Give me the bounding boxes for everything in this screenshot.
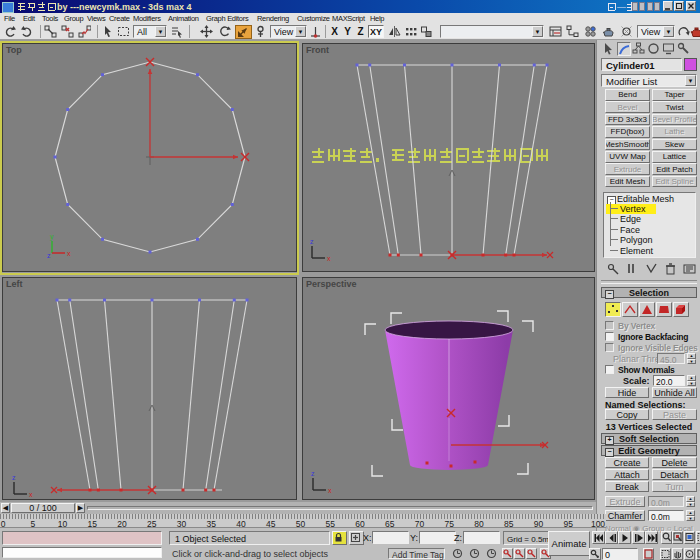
modifier-button-meshsmooth[interactable]: MeshSmooth bbox=[605, 139, 650, 151]
menu-rendering[interactable]: Rendering bbox=[257, 14, 289, 23]
menu-create[interactable]: Create bbox=[109, 14, 130, 23]
utilities-tab[interactable] bbox=[677, 42, 691, 56]
coord-field-x[interactable] bbox=[372, 531, 409, 544]
key-mode-icon[interactable] bbox=[502, 548, 513, 559]
go-to-start-button[interactable] bbox=[592, 531, 605, 544]
pan-icon[interactable] bbox=[672, 548, 683, 560]
animate-button[interactable]: Animate bbox=[548, 531, 590, 556]
play-button[interactable] bbox=[618, 531, 631, 544]
make-unique-icon[interactable] bbox=[644, 262, 660, 276]
render-last-icon[interactable] bbox=[677, 25, 689, 39]
stack-item-vertex[interactable]: Vertex bbox=[606, 204, 656, 214]
use-pivot-point-icon[interactable] bbox=[309, 25, 322, 39]
menu-animation[interactable]: Animation bbox=[168, 14, 199, 23]
menu-help[interactable]: Help bbox=[370, 14, 384, 23]
time-config-icon[interactable] bbox=[486, 548, 498, 559]
ime-button[interactable] bbox=[654, 2, 660, 11]
element-mode-icon[interactable] bbox=[673, 302, 689, 317]
create-button[interactable]: Create bbox=[605, 457, 649, 468]
ime-button[interactable] bbox=[632, 2, 638, 11]
zoom-region-icon[interactable] bbox=[696, 531, 700, 544]
close-button[interactable] bbox=[686, 1, 696, 11]
modifier-list-dropdown[interactable]: Modifier List▼ bbox=[601, 74, 697, 87]
edge-mode-icon[interactable] bbox=[622, 302, 638, 317]
bind-to-space-warp-icon[interactable] bbox=[78, 25, 94, 39]
absolute-mode-toggle[interactable] bbox=[349, 531, 364, 545]
normals-scale-field[interactable]: 20.0 bbox=[653, 375, 685, 386]
ignore-backfacing-checkbox[interactable] bbox=[605, 332, 614, 341]
render-scene-icon[interactable] bbox=[602, 25, 618, 39]
track-view-icon[interactable] bbox=[549, 25, 564, 39]
zoom-all-icon[interactable] bbox=[672, 531, 683, 544]
dropdown-arrow-icon[interactable]: ▼ bbox=[295, 26, 306, 37]
modifier-button-twist[interactable]: Twist bbox=[652, 101, 697, 113]
named-selection-sets-dropdown[interactable]: ▼ bbox=[440, 25, 544, 38]
dropdown-arrow-icon[interactable]: ▼ bbox=[155, 26, 166, 37]
modifier-button-edit-mesh[interactable]: Edit Mesh bbox=[605, 176, 650, 188]
break-button[interactable]: Break bbox=[605, 481, 649, 492]
quick-render-icon[interactable] bbox=[690, 25, 700, 39]
render-type-dropdown[interactable]: View▼ bbox=[637, 25, 675, 38]
mirror-icon[interactable] bbox=[388, 25, 402, 39]
align-icon[interactable] bbox=[420, 25, 434, 39]
show-normals-checkbox[interactable] bbox=[605, 365, 614, 374]
go-to-end-button[interactable] bbox=[645, 531, 658, 544]
add-time-tag-field[interactable]: Add Time Tag bbox=[388, 548, 445, 559]
modifier-button-lattice[interactable]: Lattice bbox=[652, 151, 697, 163]
render-effects-icon[interactable] bbox=[620, 25, 635, 39]
undo-icon[interactable] bbox=[3, 25, 19, 39]
key-filter-position-icon[interactable] bbox=[514, 548, 525, 559]
menu-group[interactable]: Group bbox=[64, 14, 83, 23]
select-object-icon[interactable] bbox=[101, 25, 115, 39]
object-color-swatch[interactable] bbox=[684, 58, 697, 71]
modifier-button-taper[interactable]: Taper bbox=[652, 89, 697, 101]
delete-button[interactable]: Delete bbox=[652, 457, 697, 468]
menu-maxscript[interactable]: MAXScript bbox=[332, 14, 365, 23]
menu-edit[interactable]: Edit bbox=[23, 14, 35, 23]
hide-button[interactable]: Hide bbox=[605, 387, 649, 398]
set-key-button[interactable] bbox=[589, 548, 601, 560]
menu-tools[interactable]: Tools bbox=[42, 14, 58, 23]
time-slider-track[interactable] bbox=[87, 506, 593, 510]
modifier-button-edit-patch[interactable]: Edit Patch bbox=[652, 163, 697, 175]
zoom-icon[interactable] bbox=[661, 531, 672, 544]
restrict-xy-plane-button[interactable]: XY bbox=[368, 25, 384, 38]
rectangular-selection-region-icon[interactable] bbox=[117, 25, 131, 39]
modify-tab[interactable] bbox=[617, 42, 631, 56]
select-and-move-icon[interactable] bbox=[200, 25, 216, 39]
time-slider-right-arrow[interactable]: ▶ bbox=[76, 503, 85, 513]
viewport-top[interactable]: Top yxz bbox=[2, 43, 297, 272]
soft-selection-rollout-header[interactable]: +Soft Selection bbox=[601, 433, 697, 444]
time-slider-left-arrow[interactable]: ◀ bbox=[1, 503, 10, 513]
normals-scale-spinner-down[interactable]: ▼ bbox=[687, 381, 696, 387]
app-icon[interactable] bbox=[2, 2, 14, 13]
select-and-rotate-icon[interactable] bbox=[218, 25, 233, 39]
stack-item-face[interactable]: Face bbox=[606, 225, 694, 235]
zoom-region-2-icon[interactable] bbox=[660, 548, 671, 560]
maxscript-mini-listener[interactable] bbox=[2, 547, 162, 558]
schematic-view-icon[interactable] bbox=[566, 25, 581, 39]
key-mode-toggle-icon[interactable] bbox=[643, 548, 654, 560]
polygon-mode-icon[interactable] bbox=[656, 302, 672, 317]
menu-file[interactable]: File bbox=[4, 14, 15, 23]
restore-button[interactable] bbox=[674, 1, 684, 11]
stack-item-polygon[interactable]: Polygon bbox=[606, 235, 694, 245]
mini-curve-editor-icon[interactable] bbox=[452, 548, 464, 559]
face-mode-icon[interactable] bbox=[639, 302, 655, 317]
select-and-link-icon[interactable] bbox=[44, 25, 59, 39]
material-editor-icon[interactable] bbox=[584, 25, 600, 39]
modifier-button-ffd-box-[interactable]: FFD(box) bbox=[605, 126, 650, 138]
edit-geometry-rollout-header[interactable]: −Edit Geometry bbox=[601, 445, 697, 456]
chamfer-spinner-down[interactable]: ▼ bbox=[686, 516, 695, 522]
selection-lock-toggle[interactable] bbox=[332, 531, 347, 545]
menu-customize[interactable]: Customize bbox=[297, 14, 330, 23]
modifier-button-ffd-3x3x3[interactable]: FFD 3x3x3 bbox=[605, 114, 650, 126]
restrict-x-button[interactable]: X bbox=[329, 25, 340, 38]
detach-button[interactable]: Detach bbox=[652, 469, 697, 480]
vertex-mode-icon[interactable] bbox=[605, 302, 621, 317]
next-frame-button[interactable] bbox=[632, 531, 645, 544]
selection-rollout-header[interactable]: −Selection bbox=[601, 287, 697, 298]
menu-modifiers[interactable]: Modifiers bbox=[133, 14, 161, 23]
pin-stack-icon[interactable] bbox=[606, 262, 622, 276]
object-name-field[interactable]: Cylinder01 bbox=[601, 58, 682, 71]
